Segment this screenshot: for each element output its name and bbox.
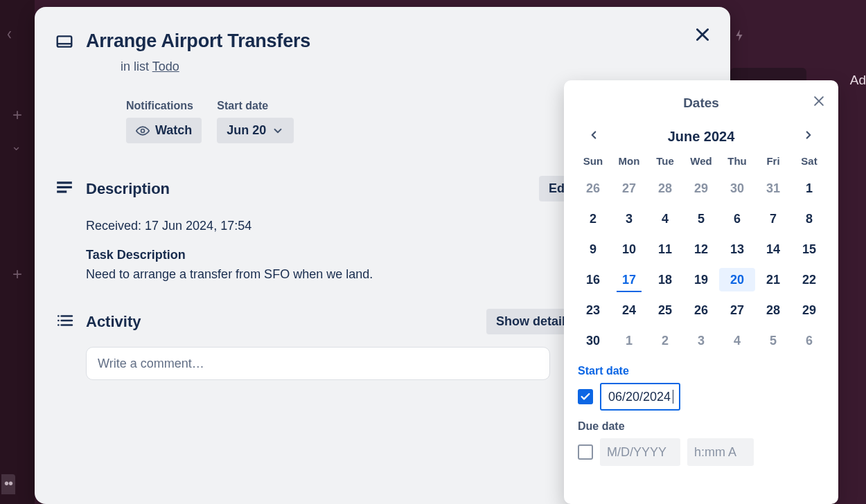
calendar-day[interactable]: 5: [683, 207, 719, 231]
calendar-day[interactable]: 26: [683, 298, 719, 322]
duetime-input[interactable]: h:mm A: [687, 438, 754, 466]
startdate-button[interactable]: Jun 20: [217, 118, 294, 143]
dow-header: Sat: [791, 155, 827, 170]
dow-header: Thu: [719, 155, 755, 170]
list-breadcrumb: in list Todo: [121, 60, 179, 74]
notifications-label: Notifications: [126, 100, 202, 112]
desc-subheading: Task Description: [86, 246, 561, 265]
calendar-day[interactable]: 2: [575, 207, 611, 231]
next-month-button[interactable]: [798, 125, 819, 148]
prev-month-button[interactable]: [583, 125, 604, 148]
svg-rect-2: [58, 36, 72, 46]
dow-header: Fri: [755, 155, 791, 170]
calendar-day[interactable]: 24: [611, 298, 647, 322]
calendar-day[interactable]: 29: [791, 298, 827, 322]
calendar-day[interactable]: 17: [611, 268, 647, 291]
calendar-day[interactable]: 18: [647, 268, 683, 291]
calendar-day[interactable]: 6: [791, 329, 827, 352]
sidebar-expand-icon[interactable]: ⌄: [11, 138, 21, 154]
calendar-day[interactable]: 1: [611, 329, 647, 352]
calendar-day[interactable]: 26: [575, 177, 611, 200]
bg-add-text: Ad: [850, 73, 866, 88]
desc-text: Need to arrange a transfer from SFO when…: [86, 265, 561, 285]
calendar-day[interactable]: 19: [683, 268, 719, 291]
calendar-day[interactable]: 14: [755, 237, 791, 261]
startdate-value: Jun 20: [227, 123, 266, 138]
calendar-day[interactable]: 30: [719, 177, 755, 200]
sidebar-add-icon[interactable]: +: [12, 264, 22, 284]
calendar-day[interactable]: 10: [611, 237, 647, 261]
dates-popover: Dates June 2024 SunMonTueWedThuFriSat262…: [564, 80, 838, 504]
card-icon: [55, 33, 76, 53]
svg-rect-6: [57, 186, 72, 188]
calendar-day[interactable]: 15: [791, 237, 827, 261]
sidebar-overflow-icon[interactable]: ••: [1, 474, 15, 494]
calendar-day[interactable]: 7: [755, 207, 791, 231]
duedate-input[interactable]: M/D/YYYY: [600, 438, 680, 466]
close-button[interactable]: [690, 22, 715, 47]
calendar-day[interactable]: 2: [647, 329, 683, 352]
calendar-day[interactable]: 20: [719, 268, 755, 291]
sidebar-add-icon[interactable]: +: [12, 105, 22, 125]
calendar-day[interactable]: 27: [611, 177, 647, 200]
calendar-day[interactable]: 11: [647, 237, 683, 261]
startdate-field-label: Start date: [578, 365, 824, 377]
dow-header: Sun: [575, 155, 611, 170]
dates-close-button[interactable]: [812, 94, 826, 111]
svg-rect-5: [57, 181, 72, 183]
comment-input[interactable]: Write a comment…: [86, 347, 550, 380]
calendar-day[interactable]: 30: [575, 329, 611, 352]
startdate-checkbox[interactable]: [578, 389, 593, 404]
calendar-day[interactable]: 28: [755, 298, 791, 322]
calendar-day[interactable]: 22: [791, 268, 827, 291]
calendar-day[interactable]: 27: [719, 298, 755, 322]
calendar-day[interactable]: 1: [791, 177, 827, 200]
calendar-day[interactable]: 8: [791, 207, 827, 231]
calendar-day[interactable]: 23: [575, 298, 611, 322]
app-left-rail: [0, 0, 35, 504]
activity-icon: [55, 312, 76, 332]
description-heading: Description: [86, 180, 539, 198]
in-list-prefix: in list: [121, 60, 152, 73]
duedate-checkbox[interactable]: [578, 444, 593, 460]
automation-icon: [732, 28, 747, 46]
svg-rect-7: [57, 190, 67, 192]
calendar-day[interactable]: 21: [755, 268, 791, 291]
calendar-day[interactable]: 29: [683, 177, 719, 200]
calendar-day[interactable]: 5: [755, 329, 791, 352]
description-icon: [55, 179, 76, 199]
startdate-input[interactable]: 06/20/2024: [600, 383, 680, 411]
calendar-day[interactable]: 3: [683, 329, 719, 352]
calendar-day[interactable]: 13: [719, 237, 755, 261]
calendar-day[interactable]: 4: [647, 207, 683, 231]
calendar-grid: SunMonTueWedThuFriSat2627282930311234567…: [575, 155, 827, 352]
dow-header: Wed: [683, 155, 719, 170]
calendar-day[interactable]: 3: [611, 207, 647, 231]
comment-placeholder: Write a comment…: [98, 357, 204, 371]
watch-button[interactable]: Watch: [126, 118, 202, 143]
calendar-day[interactable]: 6: [719, 207, 755, 231]
calendar-day[interactable]: 16: [575, 268, 611, 291]
calendar-day[interactable]: 12: [683, 237, 719, 261]
back-chevron-icon[interactable]: ›: [7, 26, 12, 46]
dow-header: Tue: [647, 155, 683, 170]
dow-header: Mon: [611, 155, 647, 170]
calendar-day[interactable]: 25: [647, 298, 683, 322]
month-label: June 2024: [668, 129, 735, 145]
watch-label: Watch: [155, 123, 192, 138]
startdate-label: Start date: [217, 100, 294, 112]
calendar-day[interactable]: 9: [575, 237, 611, 261]
desc-received: Received: 17 Jun 2024, 17:54: [86, 217, 561, 236]
calendar-day[interactable]: 31: [755, 177, 791, 200]
duedate-field-label: Due date: [578, 420, 824, 433]
calendar-day[interactable]: 4: [719, 329, 755, 352]
card-title: Arrange Airport Transfers: [86, 30, 310, 52]
calendar-day[interactable]: 28: [647, 177, 683, 200]
list-link[interactable]: Todo: [152, 60, 179, 73]
description-body[interactable]: Received: 17 Jun 2024, 17:54 Task Descri…: [86, 217, 561, 285]
dates-title: Dates: [683, 96, 719, 111]
svg-point-4: [141, 129, 145, 132]
activity-heading: Activity: [86, 313, 486, 331]
